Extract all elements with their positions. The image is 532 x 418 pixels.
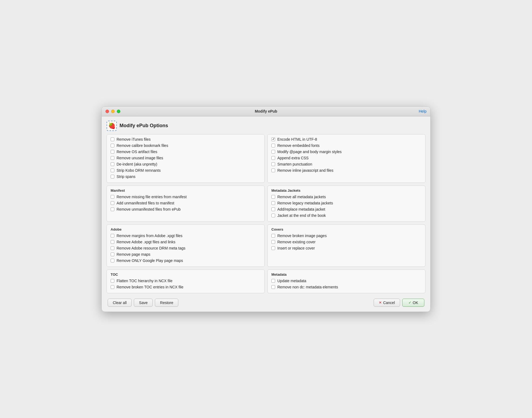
footer: Clear all Save Restore ✕ Cancel ✓ OK xyxy=(107,296,425,308)
close-button[interactable] xyxy=(105,110,109,113)
checkbox-remove_page_maps[interactable] xyxy=(111,252,114,256)
checkbox-row-modify_page_body[interactable]: Modify @page and body margin styles xyxy=(271,150,421,154)
checkbox-label-remove_unmanifested: Remove unmanifested files from ePub xyxy=(117,207,180,211)
checkbox-smarten_punct[interactable] xyxy=(271,162,275,166)
zoom-button[interactable] xyxy=(117,110,120,113)
adobe-section: Adobe Remove margins from Adobe .xpgt fi… xyxy=(107,224,265,267)
manifest-jackets-row: Manifest Remove missing file entries fro… xyxy=(107,186,425,222)
checkbox-remove_adobe_xpgt[interactable] xyxy=(111,240,114,244)
checkbox-encode_html[interactable] xyxy=(271,137,275,141)
content-area: 🍓 Modify ePub Options Remove iTunes file… xyxy=(102,116,430,312)
checkbox-row-update_metadata[interactable]: Update metadata xyxy=(271,279,421,283)
footer-left-buttons: Clear all Save Restore xyxy=(108,299,178,307)
checkbox-label-remove_inline_js: Remove inline javascript and files xyxy=(277,168,333,173)
checkbox-row-remove_margins_adobe[interactable]: Remove margins from Adobe .xpgt files xyxy=(111,234,261,238)
checkbox-label-remove_embedded_fonts: Remove embedded fonts xyxy=(277,143,319,148)
adobe-covers-row: Adobe Remove margins from Adobe .xpgt fi… xyxy=(107,224,425,267)
toc-metadata-row: TOC Flatten TOC hierarchy in NCX fileRem… xyxy=(107,269,425,293)
checkbox-row-remove_embedded_fonts[interactable]: Remove embedded fonts xyxy=(271,143,421,148)
footer-right-buttons: ✕ Cancel ✓ OK xyxy=(374,299,424,307)
checkbox-label-add_unmanifested: Add unmanifested files to manifest xyxy=(117,201,174,205)
checkbox-row-flatten_toc[interactable]: Flatten TOC hierarchy in NCX file xyxy=(111,279,261,283)
checkbox-row-add_unmanifested[interactable]: Add unmanifested files to manifest xyxy=(111,201,261,205)
checkbox-row-jacket_end[interactable]: Jacket at the end of the book xyxy=(271,213,421,218)
checkbox-remove_broken_image[interactable] xyxy=(271,234,275,238)
checkbox-label-remove_broken_image: Remove broken image pages xyxy=(277,234,327,238)
checkbox-row-remove_page_maps[interactable]: Remove page maps xyxy=(111,252,261,257)
checkbox-remove_itunes[interactable] xyxy=(111,137,114,141)
checkbox-remove_margins_adobe[interactable] xyxy=(111,234,114,238)
checkbox-row-remove_non_dc[interactable]: Remove non dc: metadata elements xyxy=(271,285,421,289)
checkbox-row-append_css[interactable]: Append extra CSS xyxy=(271,156,421,160)
checkbox-row-remove_broken_toc[interactable]: Remove broken TOC entries in NCX file xyxy=(111,285,261,289)
checkbox-row-remove_inline_js[interactable]: Remove inline javascript and files xyxy=(271,168,421,173)
checkbox-row-remove_missing[interactable]: Remove missing file entries from manifes… xyxy=(111,195,261,199)
checkbox-remove_broken_toc[interactable] xyxy=(111,285,114,289)
ok-button[interactable]: ✓ OK xyxy=(402,299,424,307)
checkbox-add_replace_jacket[interactable] xyxy=(271,207,275,211)
checkbox-row-remove_existing_cover[interactable]: Remove existing cover xyxy=(271,240,421,244)
checkbox-remove_embedded_fonts[interactable] xyxy=(271,144,275,147)
checkbox-row-remove_google_page_maps[interactable]: Remove ONLY Google Play page maps xyxy=(111,258,261,263)
save-button[interactable]: Save xyxy=(134,299,153,307)
checkbox-row-insert_replace_cover[interactable]: Insert or replace cover xyxy=(271,246,421,250)
restore-button[interactable]: Restore xyxy=(155,299,178,307)
checkbox-remove_unused_image[interactable] xyxy=(111,156,114,160)
checkbox-row-encode_html[interactable]: Encode HTML in UTF-8 xyxy=(271,137,421,141)
help-link[interactable]: Help xyxy=(419,109,427,113)
manifest-label: Manifest xyxy=(111,188,261,193)
checkbox-row-remove_os[interactable]: Remove OS artifact files xyxy=(111,150,261,154)
app-icon: 🍓 xyxy=(107,121,117,131)
checkbox-label-remove_calibre: Remove calibre bookmark files xyxy=(117,143,168,148)
clear-all-button[interactable]: Clear all xyxy=(108,299,132,307)
checkbox-remove_os[interactable] xyxy=(111,150,114,154)
checkbox-remove_existing_cover[interactable] xyxy=(271,240,275,244)
cancel-button[interactable]: ✕ Cancel xyxy=(374,299,400,307)
checkbox-remove_missing[interactable] xyxy=(111,195,114,199)
checkbox-remove_calibre[interactable] xyxy=(111,144,114,147)
checkbox-remove_inline_js[interactable] xyxy=(271,168,275,172)
minimize-button[interactable] xyxy=(111,110,115,113)
checkbox-row-remove_adobe_xpgt[interactable]: Remove Adobe .xpgt files and links xyxy=(111,240,261,244)
checkbox-label-strip_kobo: Strip Kobo DRM remnants xyxy=(117,168,161,173)
checkbox-row-remove_calibre[interactable]: Remove calibre bookmark files xyxy=(111,143,261,148)
checkbox-jacket_end[interactable] xyxy=(271,214,275,217)
checkbox-row-smarten_punct[interactable]: Smarten punctuation xyxy=(271,162,421,166)
checkbox-row-strip_kobo[interactable]: Strip Kobo DRM remnants xyxy=(111,168,261,173)
checkbox-remove_non_dc[interactable] xyxy=(271,285,275,289)
checkbox-remove_adobe_drm[interactable] xyxy=(111,246,114,250)
checkbox-remove_google_page_maps[interactable] xyxy=(111,259,114,262)
checkbox-remove_all_jackets[interactable] xyxy=(271,195,275,199)
checkbox-row-remove_legacy_jackets[interactable]: Remove legacy metadata jackets xyxy=(271,201,421,205)
checkbox-update_metadata[interactable] xyxy=(271,279,275,283)
checkbox-row-remove_unmanifested[interactable]: Remove unmanifested files from ePub xyxy=(111,207,261,211)
header-row: 🍓 Modify ePub Options xyxy=(107,121,425,131)
checkbox-label-jacket_end: Jacket at the end of the book xyxy=(277,213,326,218)
checkbox-remove_legacy_jackets[interactable] xyxy=(271,201,275,205)
checkbox-remove_unmanifested[interactable] xyxy=(111,207,114,211)
top-section: Remove iTunes filesRemove calibre bookma… xyxy=(107,134,425,183)
checkbox-row-remove_adobe_drm[interactable]: Remove Adobe resource DRM meta tags xyxy=(111,246,261,250)
cancel-label: Cancel xyxy=(383,301,395,305)
checkbox-row-remove_unused_image[interactable]: Remove unused image files xyxy=(111,156,261,160)
manifest-section: Manifest Remove missing file entries fro… xyxy=(107,186,265,222)
checkbox-label-update_metadata: Update metadata xyxy=(277,279,306,283)
checkbox-deindent[interactable] xyxy=(111,162,114,166)
checkbox-label-deindent: De-indent (aka unpretty) xyxy=(117,162,157,166)
checkbox-row-remove_itunes[interactable]: Remove iTunes files xyxy=(111,137,261,141)
checkbox-row-deindent[interactable]: De-indent (aka unpretty) xyxy=(111,162,261,166)
checkbox-row-strip_spans[interactable]: Strip spans xyxy=(111,174,261,179)
checkbox-flatten_toc[interactable] xyxy=(111,279,114,283)
checkbox-strip_spans[interactable] xyxy=(111,175,114,178)
checkbox-strip_kobo[interactable] xyxy=(111,168,114,172)
checkbox-row-add_replace_jacket[interactable]: Add/replace metadata jacket xyxy=(271,207,421,211)
checkbox-add_unmanifested[interactable] xyxy=(111,201,114,205)
checkbox-append_css[interactable] xyxy=(271,156,275,160)
checkbox-label-remove_os: Remove OS artifact files xyxy=(117,150,157,154)
checkbox-insert_replace_cover[interactable] xyxy=(271,246,275,250)
checkbox-label-smarten_punct: Smarten punctuation xyxy=(277,162,312,166)
checkbox-label-add_replace_jacket: Add/replace metadata jacket xyxy=(277,207,325,211)
checkbox-row-remove_broken_image[interactable]: Remove broken image pages xyxy=(271,234,421,238)
checkbox-row-remove_all_jackets[interactable]: Remove all metadata jackets xyxy=(271,195,421,199)
checkbox-modify_page_body[interactable] xyxy=(271,150,275,154)
